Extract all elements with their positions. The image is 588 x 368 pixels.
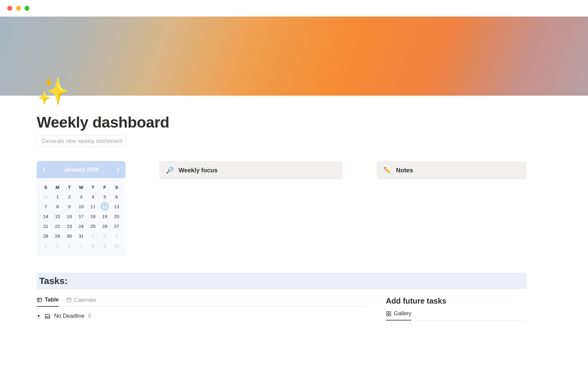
calendar-day[interactable]: 25 <box>87 221 99 231</box>
inbox-icon <box>44 313 51 319</box>
future-tasks-title: Add future tasks <box>386 297 527 305</box>
calendar-dow: T <box>63 182 75 192</box>
future-tasks-panel: Add future tasks Gallery <box>386 297 527 320</box>
collapse-toggle-icon[interactable]: ▼ <box>37 314 41 318</box>
calendar-dow: W <box>75 182 87 192</box>
notes-column: ✏️ Notes <box>377 161 527 179</box>
svg-rect-7 <box>386 311 388 313</box>
group-count: 0 <box>88 313 91 319</box>
page-cover[interactable] <box>0 17 588 96</box>
tab-calendar-label: Calendar <box>74 297 96 303</box>
gallery-icon <box>386 311 391 316</box>
calendar-day[interactable]: 9 <box>63 201 75 211</box>
calendar-day[interactable]: 5 <box>52 241 64 251</box>
calendar-day[interactable]: 29 <box>52 231 64 241</box>
page-title[interactable]: Weekly dashboard <box>37 96 527 131</box>
tasks-view-tabs: Table Calendar <box>37 297 368 307</box>
calendar-day[interactable]: 31 <box>75 231 87 241</box>
calendar-day[interactable]: 17 <box>75 211 87 221</box>
calendar-day[interactable]: 27 <box>111 221 123 231</box>
tasks-database: Table Calendar ▼ No Deadline 0 <box>37 297 368 319</box>
calendar-day[interactable]: 4 <box>87 192 99 201</box>
tab-table-label: Table <box>45 297 59 303</box>
weekly-focus-column: 🔎 Weekly focus <box>159 161 343 179</box>
calendar-day[interactable]: 13 <box>111 201 123 211</box>
calendar-day[interactable]: 2 <box>63 192 75 201</box>
calendar-day[interactable]: 1 <box>52 192 64 201</box>
minimize-window-button[interactable] <box>16 6 21 11</box>
calendar-day[interactable]: 5 <box>99 192 111 201</box>
calendar-day[interactable]: 18 <box>87 211 99 221</box>
notes-card[interactable]: ✏️ Notes <box>377 161 527 179</box>
calendar-day[interactable]: 3 <box>75 192 87 201</box>
calendar-day[interactable]: 22 <box>52 221 64 231</box>
calendar-day[interactable]: 28 <box>40 231 52 241</box>
calendar-dow: T <box>87 182 99 192</box>
calendar-grid: SMTWTFS 31123456789101112131415161718192… <box>37 178 126 256</box>
calendar-icon <box>66 297 72 303</box>
calendar-day[interactable]: 4 <box>40 241 52 251</box>
calendar-day[interactable]: 16 <box>63 211 75 221</box>
calendar-day[interactable]: 7 <box>75 241 87 251</box>
window-titlebar <box>0 0 588 17</box>
task-group-row[interactable]: ▼ No Deadline 0 <box>37 313 368 319</box>
svg-rect-3 <box>67 298 71 302</box>
calendar-day[interactable]: 3 <box>111 231 123 241</box>
tasks-heading-banner: Tasks: <box>37 273 527 289</box>
calendar-day[interactable]: 10 <box>111 241 123 251</box>
calendar-month-label: January 2024 <box>64 167 99 173</box>
tab-calendar[interactable]: Calendar <box>66 297 96 306</box>
close-window-button[interactable] <box>7 6 12 11</box>
group-label: No Deadline <box>54 313 85 319</box>
calendar-widget: ❮ January 2024 ❯ SMTWTFS 311234567891011… <box>37 161 126 256</box>
calendar-day[interactable]: 2 <box>99 231 111 241</box>
calendar-header: ❮ January 2024 ❯ <box>37 161 126 178</box>
notes-title: Notes <box>396 167 413 174</box>
calendar-day[interactable]: 26 <box>99 221 111 231</box>
weekly-focus-card[interactable]: 🔎 Weekly focus <box>159 161 343 179</box>
calendar-day[interactable]: 19 <box>99 211 111 221</box>
svg-rect-10 <box>389 314 391 316</box>
calendar-day[interactable]: 1 <box>87 231 99 241</box>
calendar-day[interactable]: 21 <box>40 221 52 231</box>
calendar-dow: M <box>52 182 64 192</box>
table-icon <box>37 297 42 303</box>
svg-rect-8 <box>389 311 391 313</box>
calendar-day[interactable]: 31 <box>40 192 52 201</box>
calendar-day[interactable]: 11 <box>87 201 99 211</box>
calendar-day[interactable]: 6 <box>63 241 75 251</box>
calendar-day[interactable]: 30 <box>63 231 75 241</box>
generate-dashboard-button[interactable]: Generate new weekly dashboard <box>37 136 126 147</box>
calendar-day[interactable]: 7 <box>40 201 52 211</box>
svg-rect-9 <box>386 314 388 316</box>
calendar-day[interactable]: 9 <box>99 241 111 251</box>
calendar-day[interactable]: 24 <box>75 221 87 231</box>
tab-gallery-label: Gallery <box>394 310 411 317</box>
future-view-tabs: Gallery <box>386 310 527 320</box>
tasks-heading: Tasks: <box>39 276 524 286</box>
calendar-day[interactable]: 15 <box>52 211 64 221</box>
calendar-dow: S <box>111 182 123 192</box>
calendar-next-icon[interactable]: ❯ <box>116 167 120 173</box>
calendar-dow: F <box>99 182 111 192</box>
calendar-day[interactable]: 10 <box>75 201 87 211</box>
pencil-icon: ✏️ <box>383 167 391 174</box>
calendar-day[interactable]: 8 <box>87 241 99 251</box>
calendar-day-today[interactable]: 12 <box>100 202 109 211</box>
page-icon[interactable]: ✨ <box>37 78 70 104</box>
weekly-focus-title: Weekly focus <box>179 167 217 174</box>
tab-table[interactable]: Table <box>37 297 59 307</box>
calendar-dow: S <box>40 182 52 192</box>
calendar-day[interactable]: 8 <box>52 201 64 211</box>
calendar-day[interactable]: 20 <box>111 211 123 221</box>
svg-rect-0 <box>37 298 42 301</box>
calendar-day[interactable]: 14 <box>40 211 52 221</box>
tab-gallery[interactable]: Gallery <box>386 310 411 320</box>
calendar-prev-icon[interactable]: ❮ <box>42 167 46 173</box>
maximize-window-button[interactable] <box>24 6 29 11</box>
magnifier-icon: 🔎 <box>166 167 174 174</box>
calendar-day[interactable]: 23 <box>63 221 75 231</box>
calendar-day[interactable]: 6 <box>111 192 123 201</box>
